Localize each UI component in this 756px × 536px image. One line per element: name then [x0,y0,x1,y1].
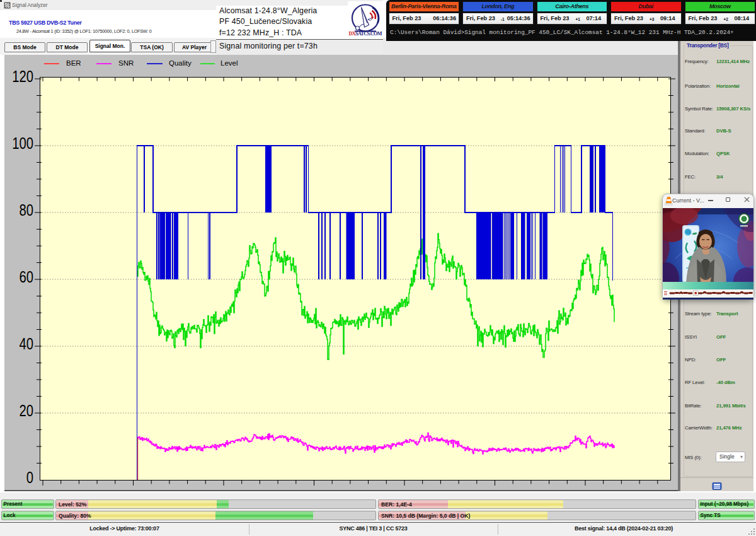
svg-text:DXSATCS.COM: DXSATCS.COM [349,31,382,37]
